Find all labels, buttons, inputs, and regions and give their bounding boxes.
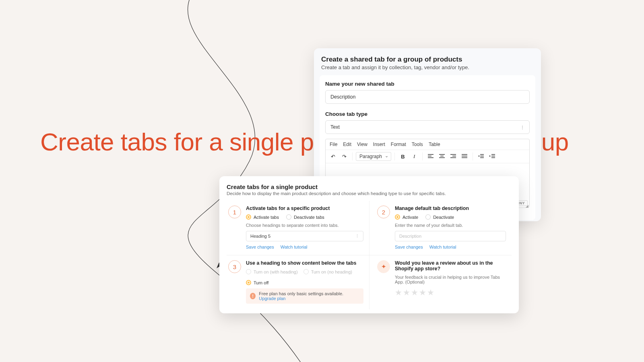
step-badge-3: 3 (228, 260, 241, 273)
radio-turn-off[interactable]: Turn off (246, 280, 268, 285)
editor-menu-table[interactable]: Table (429, 142, 440, 147)
step1-helper: Choose headings to separate content into… (246, 223, 363, 228)
single-subtitle: Decide how to display the main product d… (227, 191, 512, 196)
step2-title: Manage default tab description (395, 206, 506, 211)
type-label: Choose tab type (325, 111, 530, 117)
outdent-icon[interactable] (476, 152, 486, 161)
shared-subtitle: Create a tab and assign it by collection… (314, 64, 541, 75)
star-icon[interactable]: ★ (419, 288, 426, 297)
single-product-card: Create tabs for a single product Decide … (219, 176, 519, 313)
bold-icon[interactable]: B (398, 152, 408, 161)
upgrade-plan-link[interactable]: Upgrade plan (259, 296, 285, 301)
name-label: Name your new shared tab (325, 81, 530, 87)
default-tab-name-input[interactable]: Description (395, 231, 506, 241)
editor-menu-edit[interactable]: Edit (343, 142, 351, 147)
radio-deactivate-tabs[interactable]: Deactivate tabs (286, 214, 324, 220)
editor-menu-view[interactable]: View (357, 142, 367, 147)
italic-icon[interactable]: I (409, 152, 419, 161)
watch-tutorial-link[interactable]: Watch tutorial (281, 245, 308, 249)
radio-turn-on-no-heading[interactable]: Turn on (no heading) (303, 269, 352, 274)
resize-grip-icon[interactable]: ◢ (526, 204, 528, 208)
step2-helper: Enter the name of your default tab. (395, 223, 506, 228)
step-badge-1: 1 (228, 206, 241, 218)
upgrade-callout: ! Free plan has only basic settings avai… (246, 288, 363, 304)
chevron-down-icon: ⋮ (355, 234, 359, 238)
step-1: 1 Activate tabs for a specific product A… (227, 201, 369, 255)
star-icon[interactable]: ★ (395, 288, 402, 297)
review-section: ✦ Would you leave a review about us in t… (369, 255, 512, 309)
editor-menu-tools[interactable]: Tools (412, 142, 423, 147)
review-title: Would you leave a review about us in the… (395, 260, 506, 272)
warning-icon: ! (250, 293, 256, 299)
star-rating[interactable]: ★ ★ ★ ★ ★ (395, 288, 506, 297)
review-subtitle: Your feedback is crucial in helping us t… (395, 275, 506, 284)
align-justify-icon[interactable] (460, 152, 469, 161)
editor-menu-insert[interactable]: Insert (373, 142, 385, 147)
sparkle-icon: ✦ (377, 260, 390, 273)
chevron-down-icon: ⋮ (520, 125, 524, 130)
star-icon[interactable]: ★ (427, 288, 434, 297)
shared-title: Create a shared tab for a group of produ… (314, 56, 541, 64)
star-icon[interactable]: ★ (411, 288, 418, 297)
single-title: Create tabs for a single product (227, 183, 512, 190)
step-3: 3 Use a heading to show content below th… (227, 255, 369, 309)
align-right-icon[interactable] (448, 152, 458, 161)
step-2: 2 Manage default tab description Activat… (369, 201, 512, 255)
undo-icon[interactable]: ↶ (328, 152, 338, 161)
watch-tutorial-link[interactable]: Watch tutorial (429, 245, 456, 249)
radio-activate[interactable]: Activate (395, 214, 418, 220)
align-left-icon[interactable] (426, 152, 436, 161)
save-changes-link[interactable]: Save changes (246, 245, 274, 249)
radio-deactivate[interactable]: Deactivate (425, 214, 454, 220)
save-changes-link[interactable]: Save changes (395, 245, 423, 249)
step-badge-2: 2 (377, 206, 390, 218)
align-center-icon[interactable] (437, 152, 447, 161)
tab-type-value: Text (330, 124, 340, 130)
radio-turn-on-heading[interactable]: Turn on (with heading) (246, 269, 298, 274)
step3-title: Use a heading to show content below the … (246, 260, 363, 266)
radio-activate-tabs[interactable]: Activate tabs (246, 214, 279, 220)
tab-name-input[interactable] (325, 90, 530, 104)
star-icon[interactable]: ★ (403, 288, 410, 297)
editor-menu-format[interactable]: Format (391, 142, 406, 147)
block-style-select[interactable]: Paragraph (356, 152, 391, 161)
heading-select[interactable]: Heading 5 ⋮ (246, 231, 363, 241)
editor-menu-file[interactable]: File (330, 142, 337, 147)
redo-icon[interactable]: ↷ (339, 152, 349, 161)
tab-type-select[interactable]: Text ⋮ (325, 120, 530, 134)
upgrade-text: Free plan has only basic settings availa… (259, 291, 343, 296)
indent-icon[interactable] (487, 152, 497, 161)
step1-title: Activate tabs for a specific product (246, 206, 363, 211)
